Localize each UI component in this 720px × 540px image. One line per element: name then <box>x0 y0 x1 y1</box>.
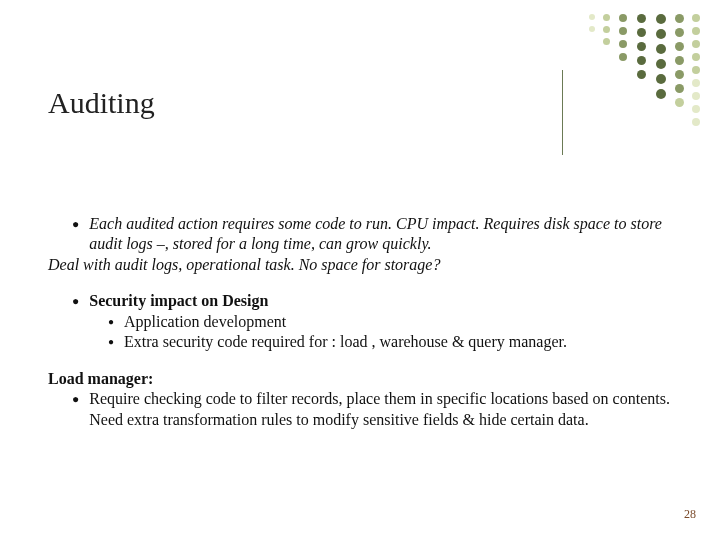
title-divider-line <box>562 70 563 155</box>
body-text: Deal with audit logs, operational task. … <box>48 255 690 275</box>
slide-title: Auditing <box>48 86 155 120</box>
bullet-icon: ● <box>72 214 79 234</box>
sub-bullet-row: ● Extra security code required for : loa… <box>48 332 690 352</box>
bullet-row: ● Require checking code to filter record… <box>48 389 690 430</box>
bullet-icon: ● <box>108 332 114 352</box>
bullet-icon: ● <box>72 389 79 409</box>
sub-bullet-text: Application development <box>124 312 690 332</box>
sub-bullet-row: ● Application development <box>48 312 690 332</box>
bullet-text: Each audited action requires some code t… <box>89 214 690 255</box>
bullet-row: ● Each audited action requires some code… <box>48 214 690 255</box>
content-area: ● Each audited action requires some code… <box>48 214 690 430</box>
section-heading: Load manager: <box>48 369 690 389</box>
bullet-row: ● Security impact on Design <box>48 291 690 311</box>
sub-bullet-text: Extra security code required for : load … <box>124 332 690 352</box>
bullet-icon: ● <box>72 291 79 311</box>
section-heading: Security impact on Design <box>89 291 690 311</box>
bullet-text: Require checking code to filter records,… <box>89 389 690 430</box>
slide: Auditing <box>0 0 720 540</box>
bullet-icon: ● <box>108 312 114 332</box>
page-number: 28 <box>684 507 696 522</box>
